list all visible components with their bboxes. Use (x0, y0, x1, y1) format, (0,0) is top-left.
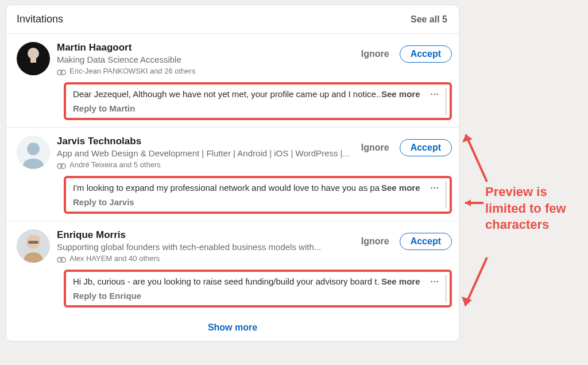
message-text: Dear Jezequel, Although we have not yet … (73, 89, 380, 99)
invite-headline: App and Web Design & Development | Flutt… (57, 148, 352, 158)
annotation-text: Preview is limited to few characters (485, 184, 580, 233)
card-header: Invitations See all 5 (6, 5, 459, 34)
accept-button[interactable]: Accept (400, 233, 452, 250)
ignore-button[interactable]: Ignore (359, 233, 392, 250)
svg-point-5 (61, 70, 65, 74)
svg-point-7 (27, 143, 40, 155)
invite-row: Enrique Morris Supporting global founder… (6, 221, 459, 314)
see-more-link[interactable]: See more (381, 183, 420, 193)
mutual-connections[interactable]: André Teixeira and 5 others (57, 160, 352, 169)
avatar-image-icon (17, 229, 50, 263)
show-more-button[interactable]: Show more (208, 322, 257, 333)
invitations-card: Invitations See all 5 Martin Haagoort Ma… (6, 5, 459, 341)
mutual-icon (57, 162, 66, 168)
card-title: Invitations (17, 13, 63, 25)
invite-info: Martin Haagoort Making Data Science Acce… (57, 42, 352, 75)
svg-line-19 (465, 258, 487, 306)
svg-marker-20 (462, 297, 472, 306)
svg-point-14 (61, 257, 65, 262)
annotation-arrow-icon (461, 198, 486, 208)
see-all-link[interactable]: See all 5 (411, 14, 447, 25)
more-icon[interactable]: ··· (427, 183, 443, 193)
message-text: Hi Jb, curious - are you looking to rais… (73, 276, 380, 286)
message-line: I'm looking to expand my professional ne… (73, 183, 443, 193)
invite-info: Enrique Morris Supporting global founder… (57, 229, 352, 263)
mutual-text: André Teixeira and 5 others (69, 160, 161, 169)
mutual-text: Alex HAYEM and 40 others (69, 254, 160, 263)
mutual-connections[interactable]: Eric-Jean PANKOWSKI and 26 others (57, 67, 352, 75)
accept-button[interactable]: Accept (400, 139, 452, 156)
message-preview-box: Hi Jb, curious - are you looking to rais… (64, 270, 452, 308)
ignore-button[interactable]: Ignore (359, 139, 392, 156)
invite-headline: Supporting global founders with tech-ena… (57, 242, 352, 252)
avatar[interactable] (17, 136, 50, 169)
mutual-icon (57, 256, 66, 262)
svg-marker-16 (462, 135, 473, 143)
message-line: Dear Jezequel, Although we have not yet … (73, 89, 443, 99)
invite-row: Jarvis Technolabs App and Web Design & D… (6, 128, 459, 221)
invite-row: Martin Haagoort Making Data Science Acce… (6, 34, 459, 128)
reply-link[interactable]: Reply to Enrique (73, 291, 443, 301)
message-preview-box: Dear Jezequel, Although we have not yet … (64, 82, 452, 120)
accept-button[interactable]: Accept (400, 45, 452, 63)
message-line: Hi Jb, curious - are you looking to rais… (73, 276, 443, 286)
message-scrollbar[interactable] (445, 181, 447, 209)
svg-point-9 (61, 163, 65, 168)
svg-point-1 (28, 48, 39, 59)
invite-actions: Ignore Accept (359, 139, 452, 156)
show-more-row: Show more (6, 314, 459, 341)
invite-top: Enrique Morris Supporting global founder… (17, 229, 452, 263)
ignore-button[interactable]: Ignore (359, 45, 392, 63)
see-more-link[interactable]: See more (381, 276, 420, 286)
message-text: I'm looking to expand my professional ne… (73, 183, 380, 193)
reply-link[interactable]: Reply to Jarvis (73, 197, 443, 207)
invite-top: Martin Haagoort Making Data Science Acce… (17, 42, 452, 75)
avatar-placeholder-icon (17, 136, 50, 169)
invite-actions: Ignore Accept (359, 233, 452, 250)
more-icon[interactable]: ··· (427, 89, 443, 99)
annotation-arrow-icon (461, 129, 490, 185)
invite-name[interactable]: Martin Haagoort (57, 42, 352, 53)
avatar[interactable] (17, 229, 50, 263)
message-scrollbar[interactable] (445, 87, 447, 115)
invite-headline: Making Data Science Accessible (57, 55, 352, 64)
invite-top: Jarvis Technolabs App and Web Design & D… (17, 136, 452, 169)
reply-link[interactable]: Reply to Martin (73, 103, 443, 113)
invite-name[interactable]: Jarvis Technolabs (57, 136, 352, 147)
invite-name[interactable]: Enrique Morris (57, 229, 352, 241)
annotation-arrow-icon (459, 254, 490, 312)
mutual-text: Eric-Jean PANKOWSKI and 26 others (69, 67, 195, 75)
avatar[interactable] (17, 42, 50, 75)
svg-marker-18 (465, 199, 471, 206)
message-preview-box: I'm looking to expand my professional ne… (64, 176, 452, 214)
avatar-image-icon (17, 42, 50, 75)
svg-line-15 (466, 135, 487, 182)
mutual-connections[interactable]: Alex HAYEM and 40 others (57, 254, 352, 263)
invite-info: Jarvis Technolabs App and Web Design & D… (57, 136, 352, 169)
svg-rect-12 (28, 241, 38, 244)
more-icon[interactable]: ··· (427, 276, 443, 286)
svg-rect-3 (30, 58, 36, 63)
see-more-link[interactable]: See more (381, 89, 420, 99)
invite-actions: Ignore Accept (359, 45, 452, 63)
message-scrollbar[interactable] (445, 275, 447, 302)
mutual-icon (57, 68, 66, 74)
